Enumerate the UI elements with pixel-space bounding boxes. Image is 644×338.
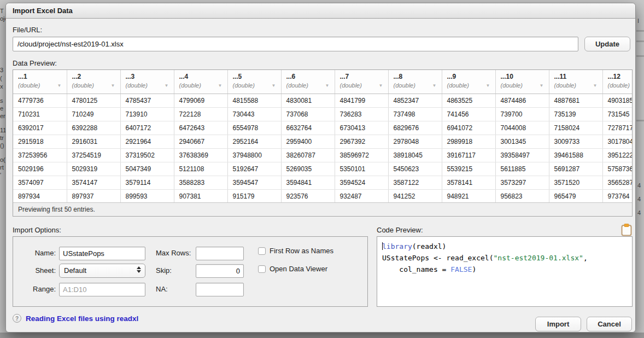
table-cell: 4863525 bbox=[442, 94, 495, 107]
first-row-as-names-checkbox[interactable] bbox=[258, 247, 266, 255]
update-button[interactable]: Update bbox=[584, 37, 630, 51]
import-excel-data-dialog: Import Excel Data File/URL: Update Data … bbox=[5, 3, 636, 333]
skip-label: Skip: bbox=[156, 266, 172, 275]
background-divider bbox=[636, 55, 644, 57]
table-row: 4779736478012547854374799069481558848300… bbox=[13, 94, 633, 107]
column-type-dropdown-icon[interactable]: ▼ bbox=[432, 83, 437, 88]
first-row-as-names-option[interactable]: First Row as Names bbox=[258, 247, 333, 255]
table-cell: 3579114 bbox=[120, 176, 174, 189]
column-type-dropdown-icon[interactable]: ▼ bbox=[218, 83, 223, 88]
data-preview-label: Data Preview: bbox=[13, 59, 57, 67]
table-cell: 3574097 bbox=[13, 176, 67, 189]
table-cell: 948921 bbox=[442, 189, 495, 203]
table-row: 3574097357414735791143588283359454735948… bbox=[13, 176, 633, 189]
cancel-button[interactable]: Cancel bbox=[587, 317, 632, 331]
table-row: 5029196502931950473495121108519264752690… bbox=[13, 162, 633, 176]
table-cell: 39358497 bbox=[495, 148, 549, 162]
background-text-fragment: ' bbox=[0, 172, 5, 178]
sheet-select[interactable]: Default bbox=[59, 264, 145, 278]
skip-input[interactable] bbox=[196, 264, 244, 278]
table-cell: 4841799 bbox=[335, 94, 388, 107]
help-icon[interactable]: ? bbox=[13, 314, 21, 323]
background-text-fragment: o( bbox=[0, 156, 5, 163]
table-cell: 5450623 bbox=[388, 162, 442, 176]
column-type-dropdown-icon[interactable]: ▼ bbox=[593, 83, 598, 88]
max-rows-input[interactable] bbox=[196, 247, 244, 260]
table-cell: 710231 bbox=[13, 107, 67, 121]
table-cell: 3587122 bbox=[388, 176, 442, 189]
table-cell: 5691287 bbox=[549, 162, 602, 176]
data-preview-table[interactable]: ...1(double)▼...2(double)▼...3(double)▼.… bbox=[13, 69, 633, 217]
background-text-fragment: oje bbox=[0, 15, 5, 22]
table-cell: 932487 bbox=[335, 189, 388, 203]
table-cell: 710249 bbox=[67, 107, 120, 121]
file-url-input[interactable] bbox=[13, 37, 578, 51]
table-cell: 6941072 bbox=[442, 121, 495, 135]
na-input[interactable] bbox=[196, 283, 244, 296]
background-text-fragment: 3 bbox=[0, 67, 5, 73]
table-cell: 2978048 bbox=[388, 135, 442, 148]
code-line: col_names = FALSE) bbox=[382, 264, 627, 275]
background-text-fragment: I bbox=[637, 18, 644, 24]
table-cell: 3017804 bbox=[602, 135, 633, 148]
column-type-dropdown-icon[interactable]: ▼ bbox=[165, 83, 169, 88]
table-cell: 3578141 bbox=[442, 176, 495, 189]
code-preview[interactable]: library(readxl)USstatePops <- read_excel… bbox=[377, 236, 633, 307]
table-cell: 4785437 bbox=[120, 94, 174, 107]
table-cell: 737498 bbox=[388, 107, 442, 121]
table-cell: 2921964 bbox=[120, 135, 174, 148]
table-cell: 897937 bbox=[67, 189, 120, 203]
table-cell: 923576 bbox=[281, 189, 335, 203]
table-cell: 2915918 bbox=[13, 135, 67, 148]
background-text-fragment: ( bbox=[0, 75, 5, 81]
table-cell: 941252 bbox=[388, 189, 442, 203]
copy-to-clipboard-icon[interactable] bbox=[621, 224, 632, 236]
table-cell: 713910 bbox=[120, 107, 174, 121]
table-row: 3725395637254519373195023763836937948800… bbox=[13, 148, 633, 162]
table-cell: 2916031 bbox=[67, 135, 120, 148]
column-header: ...4(double)▼ bbox=[174, 70, 227, 94]
background-text-fragment: e bbox=[0, 105, 5, 112]
column-type-dropdown-icon[interactable]: ▼ bbox=[540, 83, 544, 88]
range-input[interactable] bbox=[59, 283, 145, 296]
table-cell: 897934 bbox=[13, 189, 67, 203]
table-cell: 6554978 bbox=[227, 121, 281, 135]
first-row-as-names-label: First Row as Names bbox=[270, 247, 333, 255]
open-data-viewer-checkbox[interactable] bbox=[258, 265, 266, 273]
table-cell: 6407172 bbox=[120, 121, 174, 135]
column-type-dropdown-icon[interactable]: ▼ bbox=[272, 83, 276, 88]
table-cell: 37319502 bbox=[120, 148, 174, 162]
background-divider bbox=[636, 40, 644, 42]
table-cell: 4815588 bbox=[227, 94, 281, 107]
name-input[interactable] bbox=[59, 247, 145, 260]
code-preview-label: Code Preview: bbox=[377, 226, 423, 234]
import-options-panel: Name: Max Rows: First Row as Names Sheet… bbox=[13, 236, 368, 307]
sheet-label: Sheet: bbox=[17, 266, 56, 275]
import-button[interactable]: Import bbox=[535, 317, 581, 331]
open-data-viewer-option[interactable]: Open Data Viewer bbox=[258, 265, 327, 273]
column-type-dropdown-icon[interactable]: ▼ bbox=[486, 83, 490, 88]
table-row: 2915918291603129219642940667295216429594… bbox=[13, 135, 633, 148]
column-type-dropdown-icon[interactable]: ▼ bbox=[325, 83, 330, 88]
readxl-help-link[interactable]: Reading Excel files using readxl bbox=[26, 314, 138, 323]
import-options-label: Import Options: bbox=[13, 226, 61, 234]
table-cell: 4780125 bbox=[67, 94, 120, 107]
table-cell: 915179 bbox=[227, 189, 281, 203]
column-header: ...3(double)▼ bbox=[120, 70, 174, 94]
sheet-select-value: Default bbox=[64, 266, 86, 275]
table-cell: 3594841 bbox=[281, 176, 335, 189]
column-type-dropdown-icon[interactable]: ▼ bbox=[57, 83, 62, 88]
table-cell: 39167117 bbox=[442, 148, 495, 162]
table-cell: 6392017 bbox=[13, 121, 67, 135]
table-cell: 730443 bbox=[227, 107, 281, 121]
column-type-dropdown-icon[interactable]: ▼ bbox=[111, 83, 115, 88]
table-cell: 37948800 bbox=[227, 148, 281, 162]
column-header: ...8(double)▼ bbox=[388, 70, 442, 94]
file-url-label: File/URL: bbox=[13, 26, 42, 34]
table-cell: 739700 bbox=[495, 107, 549, 121]
column-type-dropdown-icon[interactable]: ▼ bbox=[379, 83, 383, 88]
background-text-fragment: T bbox=[0, 8, 5, 14]
table-cell: 899593 bbox=[120, 189, 174, 203]
background-text-fragment: 4 bbox=[637, 182, 644, 189]
table-row: 8979348979378995939073819151799235769324… bbox=[13, 189, 633, 203]
